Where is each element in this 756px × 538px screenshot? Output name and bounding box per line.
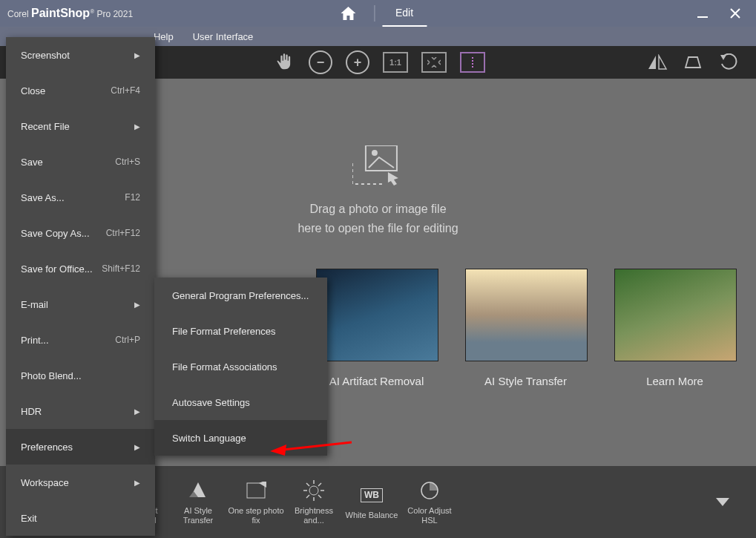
chevron-right-icon: ▶ (134, 122, 140, 131)
pref-submenu-item-autosave-settings[interactable]: Autosave Settings (154, 384, 327, 420)
chevron-right-icon: ▶ (134, 479, 140, 487)
file-menu-item-save-copy-as-[interactable]: Save Copy As...Ctrl+F12 (6, 215, 155, 251)
tool-ai-style[interactable]: AI Style Transfer (169, 479, 227, 525)
svg-line-20 (318, 483, 321, 486)
tile-thumb (465, 269, 588, 361)
pref-submenu-item-file-format-preferences[interactable]: File Format Preferences (154, 313, 327, 349)
file-menu-item-photo-blend-[interactable]: Photo Blend... (6, 358, 155, 393)
tile-label: AI Style Transfer (465, 375, 586, 387)
pan-tool-icon[interactable] (273, 51, 295, 73)
chevron-right-icon: ▶ (134, 443, 140, 451)
svg-line-19 (318, 495, 321, 498)
perspective-icon[interactable] (682, 51, 704, 73)
tool-one-step[interactable]: One step photo fix (227, 479, 285, 525)
drop-image-icon (352, 145, 404, 186)
svg-rect-0 (697, 16, 708, 18)
zoom-in-button[interactable]: + (346, 50, 369, 74)
tile-ai-artifact[interactable]: AI Artifact Removal (316, 269, 437, 387)
tool-adjust-hsl[interactable]: Color Adjust HSL (401, 479, 458, 525)
pref-submenu-item-file-format-associations[interactable]: File Format Associations (154, 349, 327, 384)
file-menu-item-workspace[interactable]: Workspace▶ (6, 465, 155, 500)
home-tab[interactable] (329, 0, 367, 27)
file-menu-item-screenshot[interactable]: Screenshot▶ (6, 37, 155, 73)
menu-help[interactable]: Help (154, 31, 174, 42)
actual-size-button[interactable]: 1:1 (383, 52, 408, 73)
menu-user-interface[interactable]: User Interface (193, 31, 254, 42)
tile-row: AI Artifact Removal AI Style Transfer Le… (316, 269, 735, 387)
tile-label: Learn More (614, 375, 735, 387)
rotate-icon[interactable] (717, 51, 740, 73)
file-menu-item-save-for-office-[interactable]: Save for Office...Shift+F12 (6, 251, 155, 286)
flip-horizontal-icon[interactable] (646, 51, 668, 73)
chevron-right-icon: ▶ (134, 407, 140, 416)
pref-submenu-item-general-program-preferences-[interactable]: General Program Preferences... (154, 278, 327, 313)
chevron-right-icon: ▶ (134, 51, 140, 59)
file-menu-item-close[interactable]: CloseCtrl+F4 (6, 73, 155, 108)
tile-thumb (316, 269, 438, 361)
file-menu-item-preferences[interactable]: Preferences▶ (6, 429, 155, 465)
edit-tab[interactable]: Edit (382, 0, 427, 27)
hsl-icon (419, 480, 440, 501)
svg-point-13 (309, 486, 318, 495)
svg-line-21 (306, 495, 309, 498)
svg-line-18 (306, 483, 309, 486)
drop-text-2: here to open the file for editing (298, 219, 458, 238)
chevron-right-icon: ▶ (134, 301, 140, 309)
title-bar: Corel PaintShop® Pro 2021 Edit (0, 0, 756, 27)
brightness-icon (303, 480, 324, 501)
minimize-icon[interactable] (697, 7, 709, 19)
tile-thumb (614, 269, 737, 361)
svg-rect-12 (247, 483, 265, 498)
tile-learn-more[interactable]: Learn More (614, 269, 735, 387)
drop-text-1: Drag a photo or image file (298, 200, 458, 219)
tab-separator (374, 5, 375, 22)
style-icon (188, 481, 208, 500)
file-menu-item-recent-file[interactable]: Recent File▶ (6, 108, 155, 144)
drop-target[interactable]: Drag a photo or image file here to open … (298, 145, 458, 238)
file-menu-item-save[interactable]: SaveCtrl+S (6, 144, 155, 180)
file-menu: Screenshot▶CloseCtrl+F4Recent File▶SaveC… (6, 37, 155, 536)
file-menu-item-exit[interactable]: Exit (6, 500, 155, 536)
bottom-more-button[interactable] (716, 498, 729, 507)
onestep-icon (246, 482, 266, 499)
file-menu-item-hdr[interactable]: HDR▶ (6, 393, 155, 429)
svg-point-3 (372, 150, 378, 156)
tile-label: AI Artifact Removal (316, 375, 437, 387)
zoom-out-button[interactable]: − (309, 50, 332, 74)
file-menu-item-print-[interactable]: Print...Ctrl+P (6, 322, 155, 358)
app-brand: Corel PaintShop® Pro 2021 (0, 7, 133, 20)
close-icon[interactable] (729, 7, 741, 19)
tool-white-balance[interactable]: WB White Balance (343, 484, 401, 520)
file-menu-item-e-mail[interactable]: E-mail▶ (6, 286, 155, 322)
pref-submenu-item-switch-language[interactable]: Switch Language (154, 420, 327, 456)
tool-brightness[interactable]: Brightness and... (285, 479, 343, 525)
split-view-button[interactable] (460, 52, 485, 73)
fit-screen-button[interactable] (421, 52, 447, 73)
file-menu-item-save-as-[interactable]: Save As...F12 (6, 180, 155, 215)
chevron-down-icon (716, 498, 729, 507)
wb-badge: WB (361, 488, 383, 502)
home-icon (341, 7, 355, 20)
preferences-submenu: General Program Preferences...File Forma… (154, 278, 327, 456)
tile-ai-style[interactable]: AI Style Transfer (465, 269, 586, 387)
